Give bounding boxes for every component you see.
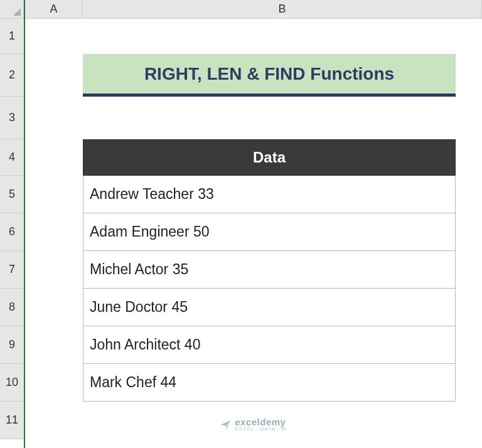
row-header-4[interactable]: 4 [0,139,24,176]
row-header-2[interactable]: 2 [0,54,24,97]
watermark-main: exceldemy [235,417,287,427]
cell-b6[interactable]: Adam Engineer 50 [83,213,482,251]
row-header-3[interactable]: 3 [0,97,24,139]
grid-body: RIGHT, LEN & FIND Functions Data Andrew … [25,19,482,448]
row-header-11[interactable]: 11 [0,402,24,439]
cell-b5[interactable]: Andrew Teacher 33 [83,176,482,213]
data-cell: Mark Chef 44 [83,364,456,402]
cell-b9[interactable]: John Architect 40 [83,326,482,364]
row-header-9[interactable]: 9 [0,326,24,364]
row-header-gutter: 1 2 3 4 5 6 7 8 9 10 11 [0,0,25,448]
grid-main: A B RIGHT, LEN & FIND Functions [25,0,482,448]
row-header-1[interactable]: 1 [0,19,24,54]
row-header-6[interactable]: 6 [0,213,24,251]
cell-b3[interactable] [83,97,482,139]
cell-b7[interactable]: Michel Actor 35 [83,251,482,289]
column-header-b[interactable]: B [83,0,482,19]
title-banner: RIGHT, LEN & FIND Functions [83,54,456,97]
row-header-8[interactable]: 8 [0,289,24,326]
data-cell: Michel Actor 35 [83,251,456,289]
title-text: RIGHT, LEN & FIND Functions [144,64,394,84]
data-cell: June Doctor 45 [83,289,456,326]
cell-b8[interactable]: June Doctor 45 [83,289,482,326]
cell-a3[interactable] [25,97,83,139]
cell-a7[interactable] [25,251,83,289]
column-header-a[interactable]: A [25,0,83,19]
cell-a4[interactable] [25,139,83,176]
cell-a8[interactable] [25,289,83,326]
data-cell: John Architect 40 [83,326,456,364]
cell-a6[interactable] [25,213,83,251]
watermark-sub: EXCEL · DATA · BI [235,427,287,432]
cell-a2[interactable] [25,54,83,97]
table-header: Data [83,139,456,176]
cell-b2[interactable]: RIGHT, LEN & FIND Functions [83,54,482,97]
cell-a5[interactable] [25,176,83,213]
paper-plane-icon [220,419,231,430]
column-header-row: A B [25,0,482,19]
cell-a9[interactable] [25,326,83,364]
cell-b1[interactable] [83,19,482,54]
data-cell: Andrew Teacher 33 [83,176,456,213]
cell-b10[interactable]: Mark Chef 44 [83,364,482,402]
cell-a1[interactable] [25,19,83,54]
cell-a10[interactable] [25,364,83,402]
cell-b4[interactable]: Data [83,139,482,176]
spreadsheet-grid: 1 2 3 4 5 6 7 8 9 10 11 A B RIGHT, LEN &… [0,0,482,448]
row-header-10[interactable]: 10 [0,364,24,402]
cell-a11[interactable] [25,402,83,439]
data-cell: Adam Engineer 50 [83,213,456,251]
row-header-5[interactable]: 5 [0,176,24,213]
watermark: exceldemy EXCEL · DATA · BI [220,417,287,432]
row-header-7[interactable]: 7 [0,251,24,289]
select-all-corner[interactable] [0,0,24,19]
watermark-text: exceldemy EXCEL · DATA · BI [235,417,287,432]
